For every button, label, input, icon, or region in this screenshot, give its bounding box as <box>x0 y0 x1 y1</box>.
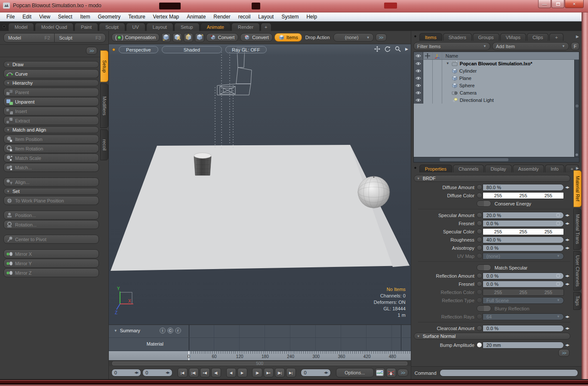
item-tree-hscrollbar[interactable] <box>414 157 579 162</box>
channel-connector-dot[interactable] <box>477 289 482 295</box>
lock-cell[interactable] <box>423 74 433 82</box>
sidebar-item-unparent[interactable]: Unparent <box>3 97 99 106</box>
channel-connector-dot[interactable] <box>477 237 482 242</box>
axis-cell[interactable] <box>433 96 442 104</box>
pan-icon[interactable] <box>374 46 380 52</box>
stepper-arrows-icon[interactable]: ◀▶ <box>564 315 570 319</box>
menu-item[interactable]: Item <box>76 12 94 21</box>
mini-dial-icon[interactable] <box>556 221 560 225</box>
sidebar-item-position[interactable]: Position... <box>3 211 99 220</box>
value-field[interactable]: 0.0 % <box>483 245 564 251</box>
channel-connector-dot[interactable] <box>477 253 482 259</box>
channel-connector-dot[interactable] <box>477 193 482 198</box>
frame-field-0[interactable]: 0◀▶ <box>111 369 142 377</box>
axis-cell[interactable] <box>433 74 442 82</box>
eye-icon[interactable] <box>416 91 421 95</box>
layout-tab-paint[interactable]: Paint <box>74 23 98 31</box>
frame-field-value[interactable]: 0 <box>114 370 117 375</box>
properties-tab-assembly[interactable]: Assembly <box>513 165 545 172</box>
visibility-eye-toggle[interactable] <box>414 96 423 104</box>
properties-tab-display[interactable]: Display <box>485 165 511 172</box>
items-tab-groups[interactable]: Groups <box>473 33 499 41</box>
transport-button-7[interactable]: ▶▪ <box>264 368 274 377</box>
color-component-value[interactable]: 255 <box>545 229 552 234</box>
visibility-eye-toggle[interactable] <box>414 82 423 89</box>
transport-button-4[interactable]: ◀ <box>226 368 236 377</box>
section-header-set[interactable]: ▼Set <box>3 188 99 195</box>
frame-field-1[interactable]: 0◀▶ <box>142 369 172 377</box>
sidebar-item-extract[interactable]: Extract <box>3 116 99 125</box>
stepper-arrows-icon[interactable]: ◀▶ <box>166 371 169 374</box>
side-vertical-tab-recoil[interactable]: recoil <box>100 129 108 160</box>
sidebar-item-match-scale[interactable]: Match Scale <box>3 153 99 162</box>
channel-connector-dot[interactable] <box>477 273 482 279</box>
tree-item-name-cell[interactable]: Directional Light <box>442 96 579 104</box>
value-field[interactable]: 20 mm <box>483 342 564 349</box>
color-field[interactable]: 255255255 <box>483 228 564 235</box>
stepper-arrows-icon[interactable]: ◀▶ <box>135 371 139 374</box>
transport-button-3[interactable]: ◀| <box>211 368 221 377</box>
layout-tab-render[interactable]: Render <box>231 23 260 31</box>
menu-recoil[interactable]: recoil <box>234 12 255 21</box>
field-value[interactable]: 0.0 % <box>486 282 499 287</box>
filter-items-dropdown[interactable]: Filter Items▼ <box>413 42 490 50</box>
3d-viewport[interactable]: Y X Z Perspective Shaded Ray GL: OFF ▶ <box>109 44 411 325</box>
eye-icon[interactable] <box>416 83 421 88</box>
section-header-hierarchy[interactable]: ▼Hierarchy <box>3 80 99 86</box>
timeline-scrollbar[interactable]: 500 <box>109 360 411 366</box>
channel-connector-dot[interactable] <box>477 325 482 331</box>
sidebar-item-rotation[interactable]: Rotation... <box>3 220 99 229</box>
resize-grip[interactable] <box>576 153 578 156</box>
eye-icon[interactable] <box>416 76 421 80</box>
sidebar-item-item-position[interactable]: Item Position <box>3 135 99 144</box>
stepper-arrows-icon[interactable]: ◀▶ <box>564 246 570 250</box>
item-tree-vscrollbar[interactable] <box>574 60 579 157</box>
timeline-c-button[interactable]: C <box>167 328 173 334</box>
menu-select[interactable]: Select <box>54 12 76 21</box>
value-field[interactable]: 80.0 % <box>483 184 564 191</box>
axis-cell[interactable] <box>433 89 442 96</box>
channel-connector-dot[interactable] <box>477 297 482 303</box>
maximize-button[interactable] <box>551 0 564 8</box>
sidebar-item-align[interactable]: Align... <box>3 178 99 187</box>
frame-field-value[interactable]: 0 <box>145 370 148 375</box>
material-vertical-tab-material-trans[interactable]: Material Trans <box>573 208 582 250</box>
layout-tab-setup[interactable]: Setup <box>174 23 200 31</box>
timeline-scroll-thumb[interactable]: 500 <box>112 361 407 365</box>
sidebar-item-mirror-x[interactable]: Mirror X <box>3 249 99 258</box>
color-component-value[interactable]: 255 <box>519 193 527 198</box>
layout-tab-layout[interactable]: Layout <box>146 23 173 31</box>
layout-tab-uv[interactable]: UV <box>126 23 145 31</box>
menu-texture[interactable]: Texture <box>124 12 149 21</box>
side-vertical-tab-setup[interactable]: Setup <box>100 50 108 82</box>
sidebar-item-mirror-z[interactable]: Mirror Z <box>3 268 99 277</box>
property-section-brdf[interactable]: ▼BRDF <box>414 175 570 182</box>
axis-cell[interactable] <box>433 60 442 67</box>
tree-row-popcan-blowout-simulation-lxo[interactable]: ▼Popcan Blowout Simulation.lxo* <box>414 60 579 67</box>
stepper-arrows-icon[interactable]: ◀▶ <box>324 371 328 374</box>
tree-row-directional-light[interactable]: Directional Light <box>414 96 579 104</box>
menu-geometry[interactable]: Geometry <box>94 12 125 21</box>
stepper-arrows-icon[interactable]: ◀▶ <box>564 238 570 242</box>
channel-connector-dot[interactable] <box>477 245 482 251</box>
layout-tab-model-quad[interactable]: Model Quad <box>35 23 74 31</box>
layout-tab-animate[interactable]: Animate <box>200 23 231 31</box>
lock-cell[interactable] <box>423 89 433 96</box>
value-field[interactable]: 64▼ <box>483 313 564 320</box>
channel-connector-dot[interactable] <box>477 281 482 287</box>
title-bar[interactable]: Popcan Blowout Simulation.lxo - modo — × <box>0 0 588 12</box>
viewport-menu-dot[interactable] <box>112 48 115 51</box>
transport-button-2[interactable]: ▪◀ <box>200 368 210 377</box>
sidebar-item-match[interactable]: Match... <box>3 163 99 172</box>
sidebar-item-mirror-y[interactable]: Mirror Y <box>3 259 99 268</box>
color-component-value[interactable]: 255 <box>545 193 552 198</box>
channel-connector-dot[interactable] <box>477 314 482 319</box>
transport-more-button[interactable]: >> <box>397 369 408 377</box>
tree-row-camera[interactable]: Camera <box>414 89 579 96</box>
stepper-arrows-icon[interactable]: ◀▶ <box>564 282 570 286</box>
timeline-summary-row[interactable] <box>109 325 411 338</box>
tree-item-name-cell[interactable]: ▼Popcan Blowout Simulation.lxo* <box>442 60 579 67</box>
field-value[interactable]: 20 mm <box>486 343 501 348</box>
tree-item-name-cell[interactable]: Sphere <box>442 82 579 89</box>
tab-overflow-arrow-icon[interactable]: ▶ <box>576 34 579 39</box>
